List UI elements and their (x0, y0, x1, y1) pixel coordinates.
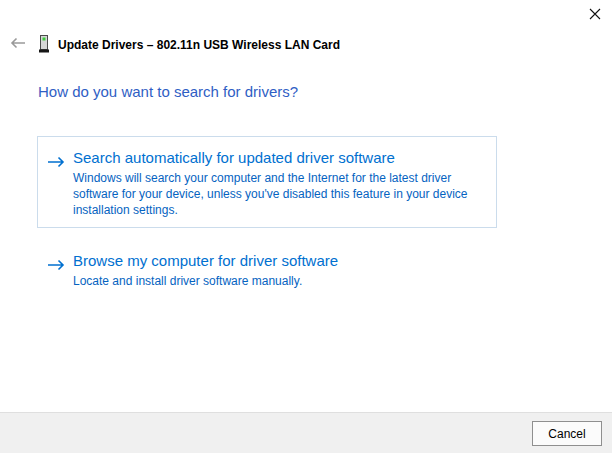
usb-device-icon (38, 35, 50, 53)
option-search-automatically[interactable]: Search automatically for updated driver … (37, 136, 497, 228)
option-description: Windows will search your computer and th… (73, 170, 486, 218)
page-heading: How do you want to search for drivers? (38, 83, 298, 100)
option-title: Search automatically for updated driver … (73, 149, 486, 167)
option-description: Locate and install driver software manua… (73, 273, 486, 289)
window-title: Update Drivers – 802.11n USB Wireless LA… (58, 38, 340, 52)
cancel-button[interactable]: Cancel (532, 421, 602, 446)
option-browse-computer[interactable]: Browse my computer for driver software L… (37, 245, 497, 305)
back-button[interactable] (7, 36, 27, 52)
close-icon (589, 6, 601, 24)
update-drivers-wizard-window: Update Drivers – 802.11n USB Wireless LA… (0, 0, 612, 453)
option-text: Search automatically for updated driver … (73, 149, 486, 218)
forward-arrow-icon (47, 154, 65, 172)
close-button[interactable] (585, 5, 605, 25)
forward-arrow-icon (47, 257, 65, 275)
back-arrow-icon (9, 35, 26, 53)
option-title: Browse my computer for driver software (73, 252, 486, 270)
option-text: Browse my computer for driver software L… (73, 252, 486, 289)
footer-bar: Cancel (0, 412, 612, 453)
